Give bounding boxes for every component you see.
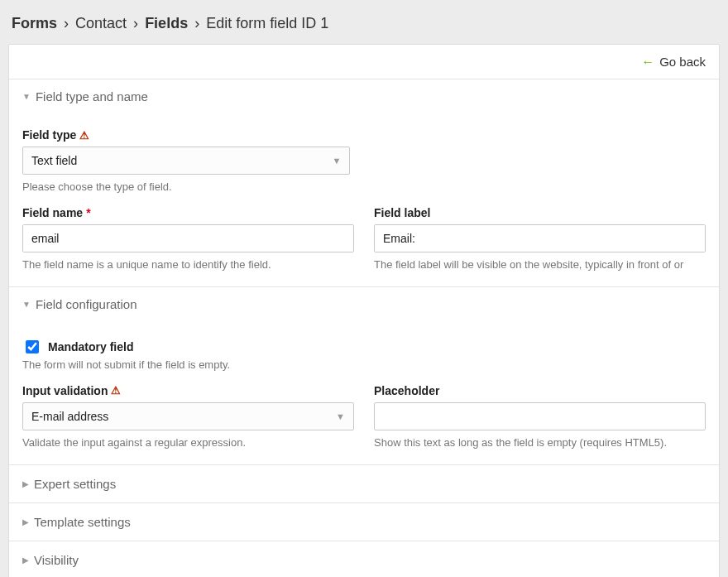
validation-label: Input validation: [22, 384, 108, 397]
section-header-expert[interactable]: ▶ Expert settings: [9, 465, 719, 502]
caret-right-icon: ▶: [22, 555, 29, 565]
arrow-left-icon: ←: [641, 55, 654, 69]
section-visibility: ▶ Visibility: [9, 541, 719, 577]
warning-icon: ⚠: [79, 129, 89, 142]
breadcrumb-item[interactable]: Contact: [75, 15, 127, 31]
section-config: ▼ Field configuration Mandatory field Th…: [9, 286, 719, 464]
field-type-help: Please choose the type of field.: [22, 180, 350, 195]
placeholder-label-row: Placeholder: [374, 384, 706, 397]
section-template: ▶ Template settings: [9, 502, 719, 541]
go-back-label: Go back: [659, 55, 706, 69]
breadcrumb-current: Edit form field ID 1: [206, 15, 328, 31]
validation-help: Validate the input against a regular exp…: [22, 435, 354, 450]
breadcrumb-item[interactable]: Fields: [145, 15, 188, 31]
section-title: Field configuration: [36, 297, 137, 311]
field-name-input[interactable]: [22, 224, 354, 252]
field-label-label-row: Field label: [374, 206, 706, 219]
placeholder-label: Placeholder: [374, 384, 439, 397]
validation-label-row: Input validation ⚠: [22, 384, 354, 397]
section-header-type-name[interactable]: ▼ Field type and name: [9, 79, 719, 113]
field-type-value: Text field: [31, 154, 77, 167]
chevron-down-icon: ▼: [333, 156, 342, 166]
section-expert: ▶ Expert settings: [9, 464, 719, 502]
placeholder-input[interactable]: [374, 402, 706, 430]
section-title: Template settings: [34, 515, 131, 529]
field-type-select[interactable]: Text field ▼: [22, 147, 350, 175]
section-type-name: ▼ Field type and name Field type ⚠ Text …: [9, 79, 719, 286]
warning-icon: ⚠: [111, 384, 121, 397]
breadcrumb: Forms › Contact › Fields › Edit form fie…: [8, 8, 720, 44]
caret-down-icon: ▼: [22, 300, 31, 309]
caret-right-icon: ▶: [22, 517, 29, 527]
field-name-label: Field name: [22, 206, 83, 219]
placeholder-help: Show this text as long as the field is e…: [374, 435, 706, 450]
breadcrumb-separator: ›: [64, 15, 69, 31]
chevron-down-icon: ▼: [336, 411, 345, 421]
panel-topbar: ← Go back: [9, 45, 719, 79]
caret-right-icon: ▶: [22, 479, 29, 488]
breadcrumb-separator: ›: [133, 15, 138, 31]
field-label-help: The field label will be visible on the w…: [374, 257, 706, 272]
section-title: Visibility: [34, 553, 79, 567]
field-type-label: Field type: [22, 128, 76, 142]
required-star: *: [86, 206, 90, 219]
field-label-input[interactable]: [374, 224, 706, 252]
section-header-visibility[interactable]: ▶ Visibility: [9, 541, 719, 577]
mandatory-help: The form will not submit if the field is…: [22, 358, 706, 373]
validation-value: E-mail address: [31, 410, 108, 423]
edit-panel: ← Go back ▼ Field type and name Field ty…: [8, 44, 720, 577]
validation-select[interactable]: E-mail address ▼: [22, 402, 354, 430]
breadcrumb-separator: ›: [194, 15, 199, 31]
field-name-help: The field name is a unique name to ident…: [22, 257, 354, 272]
mandatory-label: Mandatory field: [48, 340, 133, 353]
breadcrumb-item[interactable]: Forms: [12, 15, 57, 31]
mandatory-row: Mandatory field: [22, 338, 706, 356]
section-title: Expert settings: [34, 477, 116, 491]
go-back-link[interactable]: ← Go back: [641, 55, 706, 69]
section-header-config[interactable]: ▼ Field configuration: [9, 287, 719, 321]
caret-down-icon: ▼: [22, 92, 31, 101]
field-name-label-row: Field name*: [22, 206, 354, 219]
section-header-template[interactable]: ▶ Template settings: [9, 503, 719, 541]
mandatory-checkbox[interactable]: [26, 340, 39, 353]
field-type-label-row: Field type ⚠: [22, 128, 350, 142]
field-label-label: Field label: [374, 206, 430, 219]
section-title: Field type and name: [36, 89, 148, 103]
